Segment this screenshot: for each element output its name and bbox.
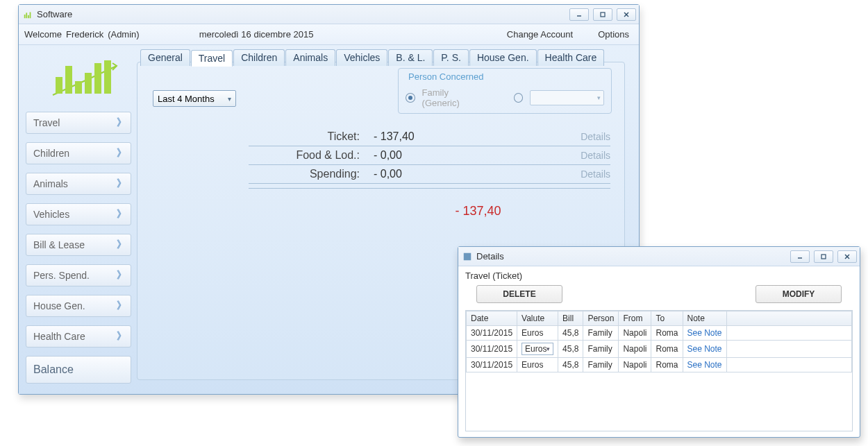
col-person[interactable]: Person <box>583 311 619 326</box>
col-to[interactable]: To <box>651 311 683 326</box>
tab-health-care[interactable]: Health Care <box>537 49 605 66</box>
col-from[interactable]: From <box>619 311 651 326</box>
tab-house-gen[interactable]: House Gen. <box>469 49 537 66</box>
welcome-prefix: Welcome <box>24 29 62 40</box>
details-window: Details Travel (Ticket) DELETE MODIFY Da… <box>458 246 860 438</box>
tab-children[interactable]: Children <box>233 49 285 66</box>
details-title: Details <box>476 251 504 261</box>
cell-to[interactable]: Roma <box>651 341 683 358</box>
col-bill[interactable]: Bill <box>558 311 583 326</box>
maximize-button[interactable] <box>814 250 833 263</box>
sidebar-item-label: Health Care <box>33 331 85 342</box>
valute-dropdown[interactable]: Euros▾ <box>521 343 553 355</box>
details-link[interactable]: Details <box>581 131 610 142</box>
chevron-right-icon: 》 <box>117 300 126 312</box>
see-note-link[interactable]: See Note <box>687 344 722 354</box>
user-name: Frederick <box>66 29 103 40</box>
chevron-right-icon: 》 <box>117 178 126 190</box>
minimize-button[interactable] <box>569 8 589 21</box>
sidebar-item-balance[interactable]: Balance <box>26 356 131 384</box>
sidebar-item-label: Vehicles <box>33 209 69 220</box>
cell-valute[interactable]: Euros <box>517 326 558 341</box>
sidebar-item-label: Animals <box>33 178 68 189</box>
logo <box>26 45 144 109</box>
expense-value: - 0,00 <box>374 168 519 180</box>
cell-date[interactable]: 30/11/2015 <box>467 326 517 341</box>
tab-general[interactable]: General <box>140 49 190 66</box>
col-valute[interactable]: Valute <box>517 311 558 326</box>
details-link[interactable]: Details <box>581 150 610 161</box>
svg-rect-11 <box>85 73 92 94</box>
cell-note[interactable]: See Note <box>683 326 726 341</box>
see-note-link[interactable]: See Note <box>687 360 722 370</box>
person-select[interactable]: ▾ <box>530 90 604 105</box>
table-row[interactable]: 30/11/2015Euros▾45,8FamilyNapoliRomaSee … <box>467 341 852 358</box>
cell-date[interactable]: 30/11/2015 <box>467 341 517 358</box>
svg-rect-2 <box>28 15 29 17</box>
cell-note[interactable]: See Note <box>683 358 726 372</box>
sidebar-item-bill-lease[interactable]: Bill & Lease》 <box>26 234 131 256</box>
person-concerned-box: Person Concerned Family (Generic) ▾ <box>398 68 612 114</box>
cell-from[interactable]: Napoli <box>619 341 651 358</box>
delete-button[interactable]: DELETE <box>476 285 562 303</box>
sidebar-item-animals[interactable]: Animals》 <box>26 173 131 195</box>
options-link[interactable]: Options <box>598 29 629 40</box>
tab-vehicles[interactable]: Vehicles <box>336 49 387 66</box>
change-account-link[interactable]: Change Account <box>507 29 573 40</box>
cell-person[interactable]: Family <box>583 341 619 358</box>
tab-pers-spend[interactable]: P. S. <box>433 49 469 66</box>
cell-bill[interactable]: 45,8 <box>558 326 583 341</box>
cell-from[interactable]: Napoli <box>619 326 651 341</box>
cell-to[interactable]: Roma <box>651 326 683 341</box>
col-date[interactable]: Date <box>467 311 517 326</box>
cell-bill[interactable]: 45,8 <box>558 358 583 372</box>
svg-rect-1 <box>26 12 27 18</box>
cell-valute[interactable]: Euros▾ <box>517 341 558 358</box>
period-select[interactable]: Last 4 Months ▾ <box>153 90 236 107</box>
sidebar-item-travel[interactable]: Travel》 <box>26 112 131 134</box>
radio-person[interactable] <box>514 93 524 103</box>
expense-label: Spending: <box>249 168 360 180</box>
modify-button[interactable]: MODIFY <box>756 285 842 303</box>
see-note-link[interactable]: See Note <box>687 328 722 338</box>
app-icon <box>23 10 33 19</box>
cell-from[interactable]: Napoli <box>619 358 651 372</box>
tab-bill-lease[interactable]: B. & L. <box>388 49 433 66</box>
cell-to[interactable]: Roma <box>651 358 683 372</box>
svg-rect-8 <box>56 77 62 94</box>
cell-person[interactable]: Family <box>583 326 619 341</box>
details-body: Travel (Ticket) DELETE MODIFY Date Valut… <box>458 266 860 437</box>
maximize-button[interactable] <box>593 8 612 21</box>
radio-family[interactable] <box>406 93 415 103</box>
cell-note[interactable]: See Note <box>683 341 726 358</box>
col-note[interactable]: Note <box>683 311 726 326</box>
table-row[interactable]: 30/11/2015Euros45,8FamilyNapoliRomaSee N… <box>467 358 852 372</box>
tab-animals[interactable]: Animals <box>285 49 335 66</box>
sidebar-item-house-gen[interactable]: House Gen.》 <box>26 295 131 317</box>
sidebar-item-health-care[interactable]: Health Care》 <box>26 325 131 348</box>
cell-valute[interactable]: Euros <box>517 358 558 372</box>
cell-spacer <box>726 326 851 341</box>
sidebar-item-vehicles[interactable]: Vehicles》 <box>26 203 131 225</box>
sidebar-item-children[interactable]: Children》 <box>26 142 131 164</box>
expense-total: - 137,40 <box>249 204 610 218</box>
sidebar-item-label: Children <box>33 148 69 159</box>
cell-date[interactable]: 30/11/2015 <box>467 358 517 372</box>
cell-bill[interactable]: 45,8 <box>558 341 583 358</box>
chevron-right-icon: 》 <box>117 239 126 251</box>
period-select-value: Last 4 Months <box>158 94 215 104</box>
cell-person[interactable]: Family <box>583 358 619 372</box>
close-button[interactable] <box>617 8 636 21</box>
chevron-right-icon: 》 <box>117 208 126 221</box>
chevron-down-icon: ▾ <box>228 95 231 103</box>
details-link[interactable]: Details <box>581 169 610 180</box>
close-button[interactable] <box>837 250 857 263</box>
table-row[interactable]: 30/11/2015Euros45,8FamilyNapoliRomaSee N… <box>467 326 852 341</box>
chevron-down-icon: ▾ <box>597 94 601 101</box>
expense-row-ticket: Ticket: - 137,40 Details <box>249 128 610 146</box>
expense-row-spending: Spending: - 0,00 Details <box>249 165 610 184</box>
tab-travel[interactable]: Travel <box>191 50 233 67</box>
minimize-button[interactable] <box>790 250 810 263</box>
svg-rect-12 <box>94 63 101 94</box>
sidebar-item-pers-spend[interactable]: Pers. Spend.》 <box>26 264 131 286</box>
